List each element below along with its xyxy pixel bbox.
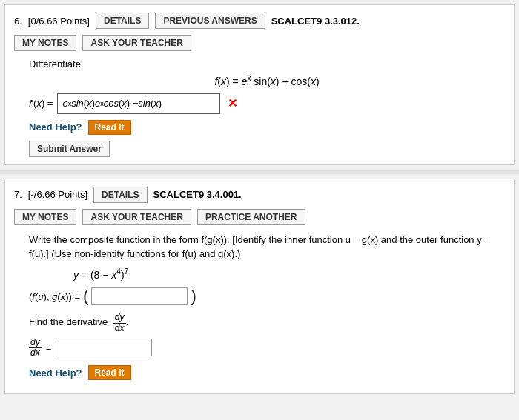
problem-7-block: 7. [-/6.66 Points] DETAILS SCALCET9 3.4.… (4, 179, 515, 394)
problem-7-content: Write the composite function in the form… (14, 233, 505, 380)
composite-row-7: (f(u), g(x)) = ( ) (29, 287, 505, 305)
prev-answers-button-6[interactable]: PREVIOUS ANSWERS (155, 13, 265, 29)
problem-7-instruction: Write the composite function in the form… (29, 233, 505, 261)
problem-6-answer-box[interactable]: exsin(x)excos(x) − sin(x) (57, 93, 220, 114)
need-help-label-6: Need Help? (29, 121, 82, 133)
scalcet-label-6: SCALCET9 3.3.012. (271, 16, 360, 27)
my-notes-button-7[interactable]: MY NOTES (14, 209, 76, 225)
dy-dx-fraction: dy dx (113, 313, 126, 333)
problem-6-content: Differentiate. f(x) = ex sin(x) + cos(x)… (14, 59, 505, 157)
read-it-button-6[interactable]: Read It (88, 120, 131, 135)
open-paren-7: ( (83, 288, 88, 304)
equals-sign-7: = (46, 342, 52, 353)
problem-6-number: 6. (14, 16, 22, 27)
need-help-6: Need Help? Read It (29, 120, 505, 135)
problem-6-points: [0/6.66 Points] (28, 16, 90, 27)
read-it-button-7[interactable]: Read It (88, 365, 131, 380)
find-derivative-label-7: Find the derivative dy dx . (29, 313, 505, 333)
details-button-7[interactable]: DETAILS (93, 187, 147, 203)
derivative-input-7[interactable] (56, 339, 152, 356)
problem-6-function: f(x) = ex sin(x) + cos(x) (29, 74, 505, 87)
problem-6-instruction: Differentiate. (29, 59, 505, 70)
problem-7-header: 7. [-/6.66 Points] DETAILS SCALCET9 3.4.… (14, 187, 505, 203)
composite-label-7: (f(u), g(x)) = (29, 291, 80, 302)
dy-dx-label-7: dy dx (29, 338, 42, 358)
problem-6-answer-label: f′(x) = (29, 98, 53, 109)
notes-row-6: MY NOTES ASK YOUR TEACHER (14, 35, 505, 51)
problem-6-block: 6. [0/6.66 Points] DETAILS PREVIOUS ANSW… (4, 4, 515, 165)
problem-7-equation: y = (8 − x4)7 (73, 267, 505, 281)
problem-7-number: 7. (14, 189, 22, 200)
ask-teacher-button-6[interactable]: ASK YOUR TEACHER (82, 35, 191, 51)
problem-7-points: [-/6.66 Points] (28, 189, 87, 200)
practice-another-button-7[interactable]: PRACTICE ANOTHER (197, 209, 305, 225)
details-button-6[interactable]: DETAILS (96, 13, 149, 29)
problem-6-answer-row: f′(x) = exsin(x)excos(x) − sin(x) ✕ (29, 93, 505, 114)
need-help-7: Need Help? Read It (29, 365, 505, 380)
notes-row-7: MY NOTES ASK YOUR TEACHER PRACTICE ANOTH… (14, 209, 505, 225)
ask-teacher-button-7[interactable]: ASK YOUR TEACHER (82, 209, 191, 225)
wrong-mark-6: ✕ (228, 96, 237, 110)
scalcet-label-7: SCALCET9 3.4.001. (153, 189, 242, 200)
section-divider (0, 170, 519, 174)
problem-6-header: 6. [0/6.66 Points] DETAILS PREVIOUS ANSW… (14, 13, 505, 29)
submit-row-6: Submit Answer (29, 141, 505, 157)
composite-input-7[interactable] (91, 287, 188, 305)
deriv-row-7: dy dx = (29, 338, 505, 358)
close-paren-7: ) (191, 288, 196, 304)
need-help-label-7: Need Help? (29, 367, 82, 379)
my-notes-button-6[interactable]: MY NOTES (14, 35, 76, 51)
submit-button-6[interactable]: Submit Answer (29, 141, 110, 157)
